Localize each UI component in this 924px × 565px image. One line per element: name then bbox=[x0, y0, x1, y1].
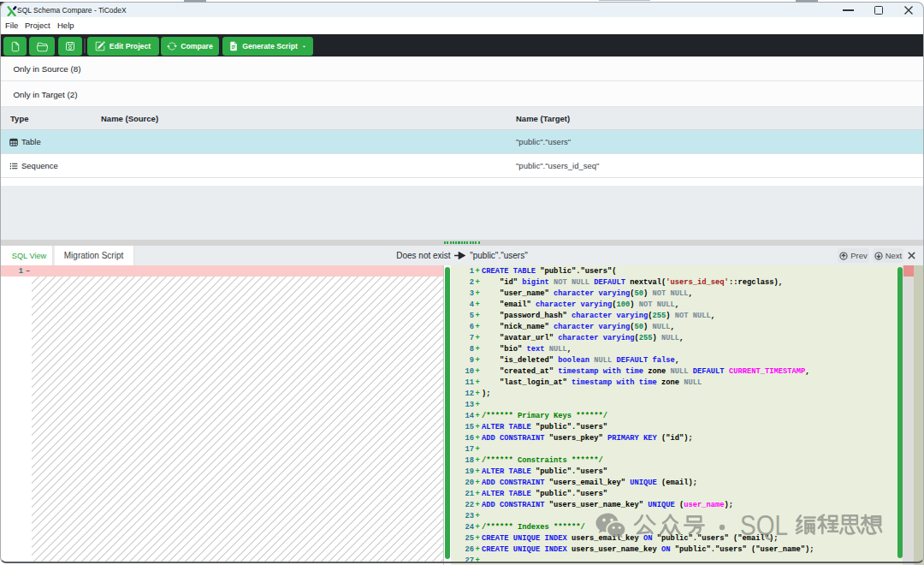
svg-text:SQL: SQL bbox=[740, 510, 788, 541]
